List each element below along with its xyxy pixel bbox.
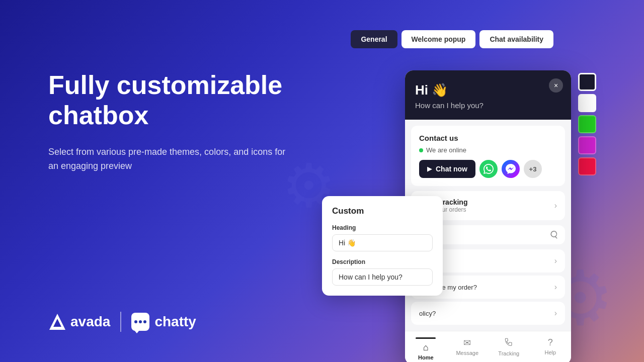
nav-active-bar xyxy=(416,337,436,339)
chatty-dot-2 xyxy=(139,320,142,323)
chat-header-subtitle: How can I help you? xyxy=(415,101,561,110)
main-heading: Fully customizable chatbox xyxy=(48,70,325,131)
online-status: We are online xyxy=(419,146,557,154)
color-swatch-green[interactable] xyxy=(578,115,596,133)
nav-tracking-label: Tracking xyxy=(498,350,519,356)
chevron-right-icon-1: › xyxy=(554,256,557,265)
nav-message[interactable]: ✉ Message xyxy=(447,335,489,362)
tracking-svg xyxy=(504,337,513,346)
tab-buttons: General Welcome popup Chat availability xyxy=(351,30,553,48)
contact-card: Contact us We are online ▶ Chat now xyxy=(411,126,565,186)
custom-popup-title: Custom xyxy=(332,206,433,216)
tab-general[interactable]: General xyxy=(351,30,397,48)
color-palette xyxy=(578,73,596,175)
brand-divider xyxy=(120,312,121,332)
chat-header-title: Hi 👋 xyxy=(415,82,561,98)
chatty-dot-1 xyxy=(134,320,137,323)
chevron-right-icon-2: › xyxy=(554,283,557,292)
heading-input[interactable] xyxy=(332,234,433,251)
tab-chat-availability[interactable]: Chat availability xyxy=(479,30,553,48)
faq-info-3: olicy? xyxy=(419,310,554,317)
chat-close-button[interactable]: × xyxy=(549,78,563,93)
nav-tracking[interactable]: Tracking xyxy=(488,335,530,362)
chevron-right-icon-3: › xyxy=(554,309,557,318)
heading-label: Heading xyxy=(332,224,433,231)
chatty-dot-3 xyxy=(143,320,146,323)
chatty-name: chatty xyxy=(154,314,196,330)
online-text: We are online xyxy=(426,146,466,154)
left-section: Fully customizable chatbox Select from v… xyxy=(48,70,325,173)
tracking-icon xyxy=(504,337,513,349)
brand-bar: avada chatty xyxy=(48,312,196,332)
faq-text-3: olicy? xyxy=(419,310,554,317)
nav-help[interactable]: ? Help xyxy=(530,335,572,362)
custom-popup: Custom Heading Description xyxy=(322,196,443,296)
help-icon: ? xyxy=(548,337,553,348)
online-dot xyxy=(419,148,423,152)
whatsapp-button[interactable] xyxy=(479,160,498,178)
chat-actions: ▶ Chat now +3 xyxy=(419,160,557,178)
nav-home[interactable]: ⌂ Home xyxy=(405,335,447,362)
chatty-dots xyxy=(134,320,146,323)
chat-header: Hi 👋 How can I help you? × xyxy=(405,70,571,120)
messenger-button[interactable] xyxy=(502,160,520,178)
search-icon[interactable] xyxy=(549,230,558,239)
sub-text: Select from various pre-made themes, col… xyxy=(48,145,290,174)
nav-message-label: Message xyxy=(456,350,478,356)
color-swatch-white[interactable] xyxy=(578,94,596,112)
play-icon: ▶ xyxy=(427,165,432,172)
chatty-icon xyxy=(131,313,149,331)
description-label: Description xyxy=(332,258,433,265)
faq-item-3[interactable]: olicy? › xyxy=(411,302,565,325)
chatty-bubble-tail xyxy=(134,330,139,333)
messenger-icon xyxy=(506,164,516,174)
plus-more-button[interactable]: +3 xyxy=(524,160,542,178)
chatty-brand: chatty xyxy=(131,313,196,331)
home-icon: ⌂ xyxy=(423,342,429,353)
nav-help-label: Help xyxy=(544,349,556,355)
avada-brand: avada xyxy=(48,313,110,331)
color-swatch-red[interactable] xyxy=(578,157,596,175)
nav-home-label: Home xyxy=(418,354,434,360)
contact-title: Contact us xyxy=(419,134,557,142)
chevron-right-icon: › xyxy=(554,201,557,210)
tab-welcome-popup[interactable]: Welcome popup xyxy=(401,30,476,48)
color-swatch-black[interactable] xyxy=(578,73,596,91)
whatsapp-icon xyxy=(484,164,494,174)
chat-now-label: Chat now xyxy=(436,165,467,173)
description-input[interactable] xyxy=(332,268,433,286)
color-swatch-purple[interactable] xyxy=(578,136,596,154)
avada-name: avada xyxy=(70,314,110,330)
chat-now-button[interactable]: ▶ Chat now xyxy=(419,160,475,178)
message-icon: ✉ xyxy=(463,337,471,348)
avada-logo-icon xyxy=(48,313,66,331)
chat-bottom-nav: ⌂ Home ✉ Message Tracking ? Help xyxy=(405,331,571,362)
